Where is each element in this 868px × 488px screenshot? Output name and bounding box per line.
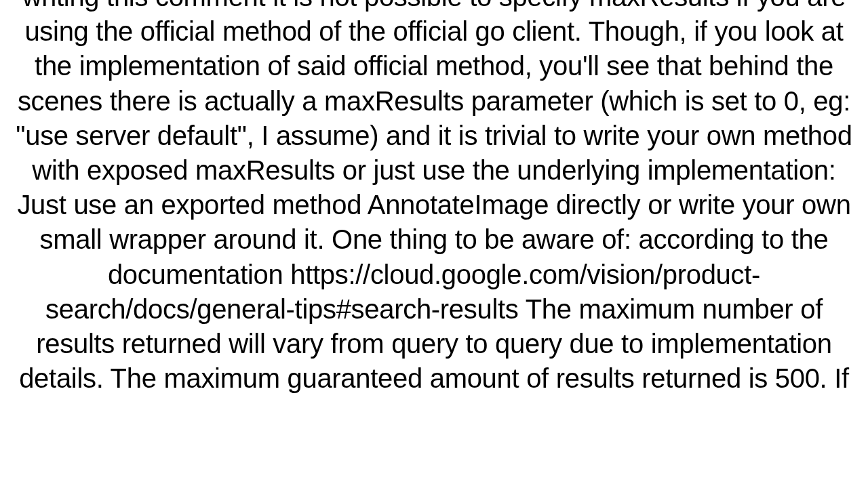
document-body: writing this comment it is not possible … (7, 0, 861, 396)
body-text: writing this comment it is not possible … (16, 0, 852, 393)
